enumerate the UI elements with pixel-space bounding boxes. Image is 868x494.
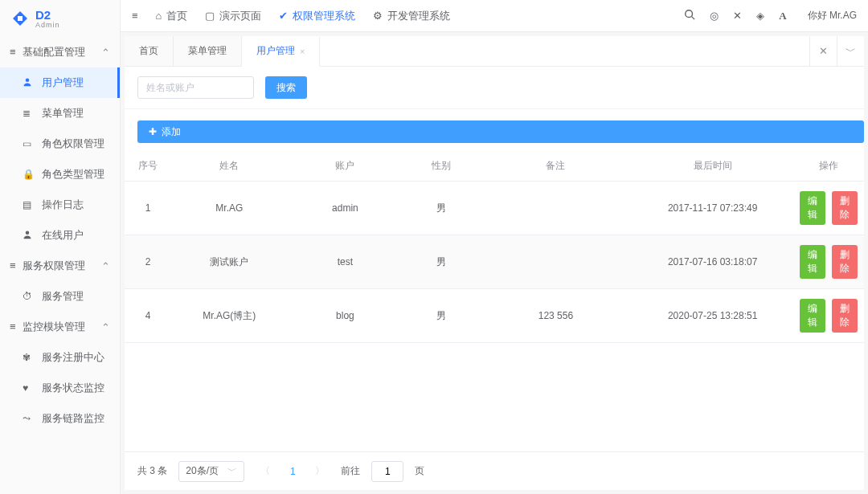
sidebar-item[interactable]: 在线用户 [0, 220, 120, 251]
page-size-select[interactable]: 20条/页 ﹀ [178, 461, 244, 482]
file-icon: ▤ [23, 199, 37, 210]
tab-close-others-button[interactable]: ✕ [809, 36, 837, 66]
home-icon: ⌂ [156, 10, 162, 22]
main: ≡ ⌂首页▢演示页面✔权限管理系统⚙开发管理系统 ◎ ✕ ◈ A 你好 Mr.A… [121, 0, 868, 494]
column-header: 姓名 [171, 151, 288, 182]
delete-button[interactable]: 删除 [832, 299, 858, 333]
tab[interactable]: 用户管理× [242, 37, 320, 67]
sidebar-item[interactable]: 🔒角色类型管理 [0, 159, 120, 190]
content: 搜索 ✚ 添加 序号姓名账户性别备注最后时间操作 1Mr.AGadmin男201… [125, 67, 864, 490]
column-header: 序号 [125, 151, 171, 182]
gauge-icon: ⏱ [23, 291, 37, 302]
hamburger-icon[interactable]: ≡ [132, 10, 138, 22]
fullscreen-icon[interactable]: ✕ [733, 10, 742, 22]
delete-button[interactable]: 删除 [832, 191, 858, 225]
tab[interactable]: 首页 [125, 36, 174, 66]
lock-icon: 🔒 [23, 169, 37, 180]
topnav-item[interactable]: ✔权限管理系统 [279, 9, 355, 23]
brand-sub: Admin [35, 21, 60, 29]
sidebar-group[interactable]: ≡基础配置管理⌃ [0, 37, 120, 67]
folder-icon: ▢ [205, 10, 215, 22]
logo-icon [10, 8, 31, 29]
sidebar-group[interactable]: ≡服务权限管理⌃ [0, 251, 120, 281]
target-icon[interactable]: ◎ [710, 10, 719, 22]
logo[interactable]: D2 Admin [0, 0, 120, 37]
sidebar-item-label: 服务管理 [42, 289, 84, 304]
paw-icon: ✾ [23, 352, 37, 363]
sidebar-item-label: 角色权限管理 [42, 137, 104, 151]
user-table: 序号姓名账户性别备注最后时间操作 1Mr.AGadmin男2017-11-17 … [125, 151, 864, 343]
font-icon[interactable]: A [779, 10, 786, 22]
column-header: 操作 [793, 151, 864, 182]
search-button[interactable]: 搜索 [265, 76, 307, 99]
tabs: 首页菜单管理用户管理× ✕ ﹀ [125, 36, 864, 67]
sidebar-item-label: 在线用户 [42, 228, 84, 243]
topbar: ≡ ⌂首页▢演示页面✔权限管理系统⚙开发管理系统 ◎ ✕ ◈ A 你好 Mr.A… [121, 0, 868, 32]
id-icon: ▭ [23, 138, 37, 149]
sidebar-item-label: 菜单管理 [42, 106, 84, 120]
table-row: 4Mr.AG(博主)blog男123 5562020-07-25 13:28:5… [125, 289, 864, 343]
sidebar-group[interactable]: ≡监控模块管理⌃ [0, 312, 120, 342]
user-icon [23, 77, 37, 89]
edit-button[interactable]: 编辑 [800, 245, 825, 279]
chart-icon: ⤳ [23, 413, 37, 424]
sidebar-item-label: 角色类型管理 [42, 167, 104, 182]
svg-point-3 [26, 231, 30, 235]
user-icon [23, 230, 37, 242]
search-input[interactable] [137, 76, 254, 99]
sidebar: D2 Admin ≡基础配置管理⌃用户管理≣菜单管理▭角色权限管理🔒角色类型管理… [0, 0, 121, 494]
tab-dropdown-button[interactable]: ﹀ [837, 36, 864, 66]
total-count: 共 3 条 [137, 464, 167, 478]
sidebar-item[interactable]: ♥服务状态监控 [0, 373, 120, 403]
add-button[interactable]: ✚ 添加 [137, 120, 864, 143]
topnav-item[interactable]: ⌂首页 [156, 9, 188, 23]
search-icon[interactable] [684, 9, 695, 22]
sidebar-item[interactable]: ⤳服务链路监控 [0, 403, 120, 434]
sidebar-item-label: 用户管理 [42, 76, 84, 90]
table-row: 1Mr.AGadmin男2017-11-17 07:23:49编辑删除 [125, 182, 864, 235]
svg-rect-1 [18, 16, 23, 21]
sidebar-item-label: 服务注册中心 [42, 350, 104, 365]
delete-button[interactable]: 删除 [832, 245, 858, 279]
column-header: 最后时间 [632, 151, 793, 182]
topnav-item[interactable]: ⚙开发管理系统 [373, 9, 450, 23]
goto-page-input[interactable] [371, 461, 403, 482]
edit-button[interactable]: 编辑 [800, 191, 825, 225]
sidebar-item[interactable]: ⏱服务管理 [0, 281, 120, 312]
edit-button[interactable]: 编辑 [800, 299, 825, 333]
tab[interactable]: 菜单管理 [174, 36, 242, 66]
verify-icon: ✔ [279, 10, 288, 22]
table-row: 2测试账户test男2017-07-16 03:18:07编辑删除 [125, 235, 864, 289]
column-header: 性别 [403, 151, 479, 182]
greeting[interactable]: 你好 Mr.AG [808, 9, 857, 22]
close-icon[interactable]: × [300, 47, 305, 56]
heart-icon: ♥ [23, 382, 37, 394]
svg-point-2 [26, 78, 30, 82]
gear-icon: ⚙ [373, 10, 383, 22]
sidebar-item[interactable]: ✾服务注册中心 [0, 342, 120, 373]
chevron-down-icon: ﹀ [227, 464, 237, 478]
column-header: 账户 [288, 151, 403, 182]
sidebar-item[interactable]: 用户管理 [0, 67, 120, 98]
sidebar-item[interactable]: ≣菜单管理 [0, 98, 120, 129]
plus-icon: ✚ [149, 126, 157, 137]
svg-point-4 [686, 10, 693, 18]
chevron-up-icon: ⌃ [101, 47, 110, 59]
column-header: 备注 [480, 151, 633, 182]
chevron-up-icon: ⌃ [101, 260, 110, 272]
list-icon: ≣ [23, 108, 37, 119]
prev-page-button[interactable]: 〈 [256, 462, 275, 481]
chevron-up-icon: ⌃ [101, 321, 110, 333]
sidebar-item[interactable]: ▤操作日志 [0, 190, 120, 220]
page-number[interactable]: 1 [286, 466, 299, 477]
sidebar-item-label: 服务链路监控 [42, 411, 104, 426]
pagination: 共 3 条 20条/页 ﹀ 〈 1 〉 前往 页 [125, 451, 864, 490]
sidebar-item-label: 操作日志 [42, 198, 84, 212]
next-page-button[interactable]: 〉 [310, 462, 330, 481]
topnav-item[interactable]: ▢演示页面 [205, 9, 261, 23]
brand-name: D2 [35, 9, 60, 21]
diamond-icon[interactable]: ◈ [756, 10, 764, 22]
sidebar-item-label: 服务状态监控 [42, 381, 104, 395]
sidebar-item[interactable]: ▭角色权限管理 [0, 129, 120, 159]
svg-line-5 [692, 17, 695, 20]
